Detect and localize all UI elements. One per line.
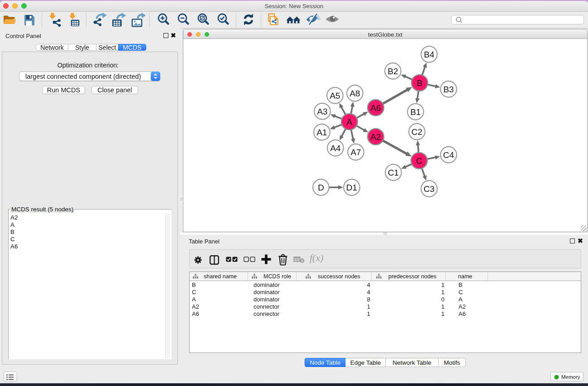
svg-text:A2: A2: [370, 132, 381, 142]
svg-text:B3: B3: [443, 85, 454, 94]
svg-text:A8: A8: [349, 89, 360, 98]
svg-text:C4: C4: [443, 150, 454, 160]
svg-text:A1: A1: [316, 128, 327, 137]
svg-text:D1: D1: [346, 183, 357, 192]
svg-text:C2: C2: [411, 127, 422, 137]
svg-text:A5: A5: [330, 91, 340, 100]
svg-text:C: C: [416, 156, 422, 166]
svg-text:A4: A4: [330, 143, 341, 153]
svg-text:B: B: [417, 78, 423, 88]
svg-text:A3: A3: [317, 107, 327, 116]
svg-text:A: A: [347, 117, 353, 127]
svg-text:C1: C1: [388, 168, 399, 177]
svg-text:A7: A7: [350, 148, 361, 157]
svg-text:B2: B2: [387, 67, 398, 76]
svg-text:C3: C3: [424, 184, 435, 194]
svg-text:B4: B4: [424, 50, 435, 59]
svg-text:A6: A6: [370, 103, 381, 113]
svg-text:B1: B1: [410, 107, 421, 117]
svg-text:D: D: [318, 183, 324, 192]
